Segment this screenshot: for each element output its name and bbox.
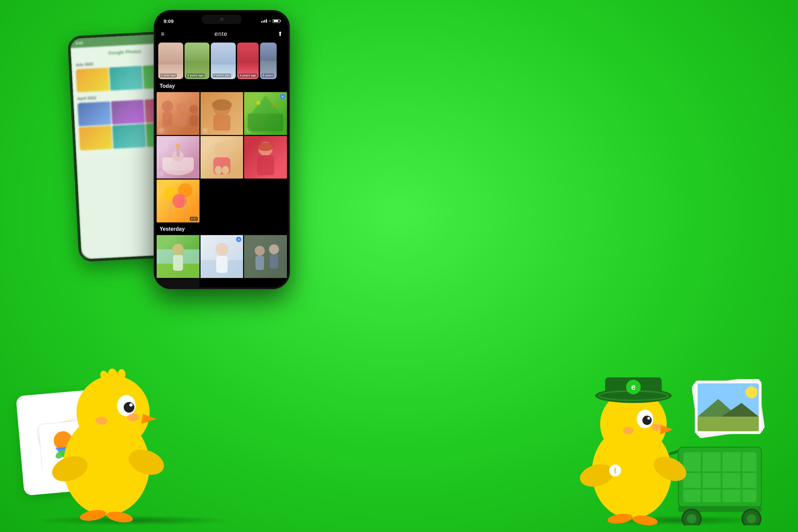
svg-point-35 (215, 243, 228, 256)
app-title: ente (214, 31, 227, 38)
memory-1year[interactable]: 1 year ago (158, 42, 183, 79)
svg-marker-10 (251, 96, 280, 114)
svg-rect-37 (244, 235, 287, 278)
svg-point-94 (647, 417, 650, 420)
svg-rect-41 (270, 254, 279, 269)
yesterday-label: Yesterday (156, 224, 288, 234)
today-label: Today (156, 80, 288, 91)
app-header: ≡ ente ⬆ (156, 26, 288, 41)
svg-line-28 (170, 201, 171, 219)
svg-rect-114 (683, 452, 757, 502)
memory-4years[interactable]: 4 years ago (237, 42, 259, 79)
svg-rect-5 (190, 115, 198, 126)
svg-rect-36 (216, 256, 227, 273)
memory-3years[interactable]: 3 years ago (211, 42, 236, 79)
svg-rect-23 (257, 155, 274, 175)
svg-point-124 (747, 514, 756, 524)
chick-right: e ! (572, 373, 691, 532)
svg-point-20 (215, 166, 222, 174)
today-grid: ♡ ♡ ♡ (156, 91, 288, 224)
svg-point-74 (129, 403, 133, 407)
svg-rect-9 (248, 113, 283, 131)
svg-point-18 (214, 142, 229, 158)
svg-text:e: e (631, 382, 635, 391)
svg-rect-111 (698, 417, 759, 431)
svg-point-93 (642, 416, 652, 425)
svg-point-4 (190, 105, 198, 114)
photo-checkbox[interactable] (157, 279, 200, 287)
svg-point-81 (127, 413, 139, 421)
battery-icon (273, 19, 280, 23)
svg-point-96 (623, 427, 634, 434)
memory-2years[interactable]: 2 years ago (185, 42, 209, 79)
photo-balloons[interactable]: 0:57 (157, 179, 200, 223)
photo-girl-red[interactable] (244, 136, 287, 179)
svg-point-97 (651, 424, 662, 431)
yesterday-grid: A (156, 234, 288, 287)
svg-rect-33 (173, 255, 183, 271)
photo-woman-field[interactable] (157, 235, 200, 278)
phone-screen: 9:09 ≈ ≡ ente ⬆ (156, 12, 288, 287)
status-time: 9:09 (164, 18, 174, 24)
wifi-icon: ≈ (269, 19, 271, 23)
memory-6years-label: 6 years (262, 74, 274, 77)
photo-family-group[interactable]: ♡ (157, 92, 200, 135)
svg-rect-16 (176, 147, 179, 157)
svg-point-24 (257, 142, 274, 151)
photo-toddler[interactable] (201, 136, 243, 179)
svg-point-11 (256, 101, 261, 105)
svg-marker-95 (660, 425, 673, 434)
svg-rect-8 (213, 115, 230, 131)
svg-rect-1 (162, 112, 172, 126)
photo-girl-white[interactable]: A (201, 235, 243, 278)
svg-point-0 (162, 101, 173, 112)
svg-text:!: ! (614, 467, 616, 475)
photo-curly-hair[interactable]: ♡ (201, 92, 243, 135)
memory-3years-label: 3 years ago (212, 74, 231, 77)
memory-6years[interactable]: 6 years (260, 42, 277, 79)
svg-point-71 (76, 376, 150, 449)
svg-point-32 (172, 244, 184, 255)
svg-point-38 (255, 246, 265, 256)
svg-point-12 (271, 105, 274, 108)
upload-icon[interactable]: ⬆ (278, 30, 283, 38)
front-phone: 9:09 ≈ ≡ ente ⬆ (154, 10, 290, 289)
svg-point-7 (212, 99, 232, 110)
menu-icon[interactable]: ≡ (161, 31, 165, 38)
svg-rect-3 (176, 113, 187, 126)
photo-cake[interactable]: ♡ (157, 136, 200, 179)
signal-icon (261, 19, 267, 23)
svg-point-17 (176, 144, 180, 148)
memories-strip[interactable]: 1 year ago 2 years ago 3 years ago (156, 41, 288, 80)
memory-2years-label: 2 years ago (186, 74, 205, 77)
chick-left (43, 359, 170, 532)
photo-party[interactable]: ♡ A (244, 92, 287, 135)
memory-4years-label: 4 years ago (239, 74, 258, 77)
svg-point-73 (124, 402, 134, 413)
phone-notch (202, 15, 242, 24)
photo-couple-hiking[interactable] (244, 235, 287, 278)
camera-dot (220, 18, 224, 21)
svg-point-108 (745, 386, 757, 398)
svg-point-40 (269, 244, 279, 254)
svg-point-21 (222, 166, 229, 174)
svg-point-80 (95, 417, 108, 424)
memory-1year-label: 1 year ago (160, 74, 177, 77)
svg-rect-39 (256, 256, 264, 270)
status-icons: ≈ (261, 19, 280, 23)
svg-point-2 (176, 103, 187, 113)
